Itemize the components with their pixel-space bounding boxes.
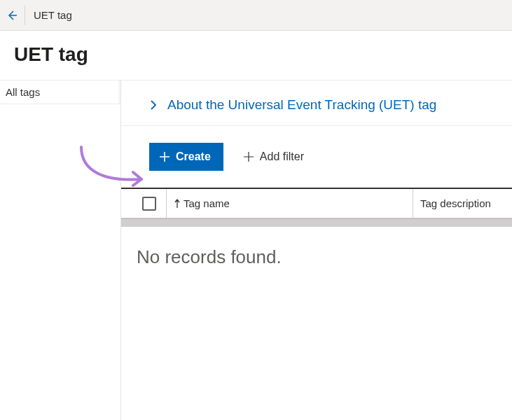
select-all-checkbox[interactable] (142, 197, 156, 211)
breadcrumb-title: UET tag (34, 9, 72, 21)
arrow-left-icon (6, 10, 18, 21)
page-title: UET tag (14, 43, 498, 66)
info-banner: About the Universal Event Tracking (UET)… (121, 80, 512, 126)
top-bar: UET tag (0, 0, 512, 31)
sidebar-item-all-tags[interactable]: All tags (0, 80, 120, 104)
column-header-tag-name[interactable]: Tag name (166, 189, 413, 218)
create-button-label: Create (176, 150, 211, 163)
sidebar-item-label: All tags (6, 86, 40, 98)
column-header-tag-description[interactable]: Tag description (413, 189, 504, 218)
create-button[interactable]: Create (149, 143, 223, 171)
page-header: UET tag (0, 31, 512, 80)
sort-asc-icon (174, 199, 181, 209)
column-label: Tag name (184, 197, 230, 209)
main: About the Universal Event Tracking (UET)… (121, 80, 512, 420)
column-label: Tag description (420, 197, 491, 209)
empty-state: No records found. (121, 227, 512, 288)
toolbar: Create Add filter (121, 126, 512, 188)
chevron-right-icon[interactable] (149, 99, 158, 111)
info-link[interactable]: About the Universal Event Tracking (UET)… (167, 97, 436, 113)
select-all-cell (132, 197, 166, 211)
plus-icon (159, 151, 170, 162)
back-button[interactable] (6, 6, 25, 25)
add-filter-label: Add filter (260, 150, 304, 163)
add-filter-button[interactable]: Add filter (243, 150, 304, 163)
table-header: Tag name Tag description (121, 188, 512, 218)
horizontal-scrollbar[interactable] (121, 218, 512, 227)
content-wrap: All tags About the Universal Event Track… (0, 80, 512, 420)
sidebar: All tags (0, 80, 121, 420)
plus-icon (243, 151, 254, 162)
